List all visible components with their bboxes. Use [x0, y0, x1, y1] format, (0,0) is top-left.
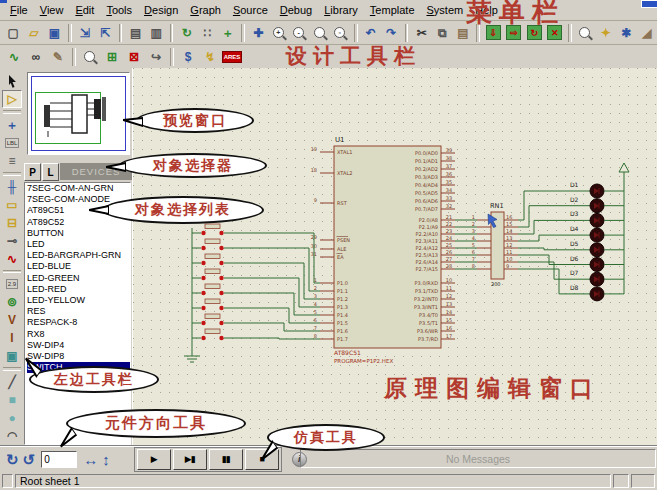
subcircuit-mode-icon[interactable]: ▭ [2, 196, 22, 214]
svg-text:16: 16 [446, 325, 452, 331]
menu-view[interactable]: View [34, 2, 70, 18]
tape-recorder-mode-icon[interactable]: 2.9 [2, 275, 22, 293]
current-probe-mode-icon[interactable]: I [2, 329, 22, 347]
device-item[interactable]: 7SEG-COM-AN-GRN [27, 183, 130, 194]
step-button[interactable]: ▶▮ [173, 449, 207, 470]
virtual-instruments-mode-icon[interactable]: ▣ [2, 347, 22, 365]
zoom-all-icon[interactable] [311, 23, 330, 43]
open-file-icon[interactable]: ▱ [25, 23, 44, 43]
decompose-icon[interactable]: ◢ [638, 23, 657, 43]
svg-text:P3.6/WR: P3.6/WR [417, 328, 439, 334]
play-button[interactable]: ▶ [137, 449, 171, 470]
device-item[interactable]: RES [27, 306, 130, 317]
cut-icon[interactable]: ✂ [412, 23, 431, 43]
toolbar-separator [3, 172, 21, 176]
graphics-line-mode-icon[interactable]: ╱ [2, 373, 22, 391]
electrical-rule-check-icon[interactable]: ↯ [200, 47, 220, 67]
print-icon[interactable]: ▤ [126, 23, 145, 43]
make-device-icon[interactable]: ✦ [597, 23, 616, 43]
redo-icon[interactable]: ↷ [382, 23, 401, 43]
component-mode-icon[interactable]: ▷ [2, 90, 22, 108]
design-toolbar: ∿∞✎⊞⊠↪$↯ARES [0, 45, 280, 68]
rotate-clockwise-button[interactable]: ↻ [6, 452, 19, 467]
device-item[interactable]: LED [27, 239, 130, 250]
buses-mode-icon[interactable]: ╫ [2, 178, 22, 196]
pick-device-icon[interactable] [576, 23, 595, 43]
menu-edit[interactable]: Edit [69, 2, 100, 18]
menu-library[interactable]: Library [318, 2, 364, 18]
svg-text:D5: D5 [570, 240, 579, 247]
menu-file[interactable]: File [4, 2, 34, 18]
device-item[interactable]: LED-RED [27, 284, 130, 295]
menu-debug[interactable]: Debug [274, 2, 318, 18]
menu-tools[interactable]: Tools [100, 2, 138, 18]
device-pins-mode-icon[interactable]: ⊸ [2, 232, 22, 250]
device-item[interactable]: LED-YELLOW [27, 295, 130, 306]
device-item[interactable]: SW-DIP8 [27, 351, 130, 362]
graphics-arc-mode-icon[interactable]: ◠ [2, 427, 22, 445]
svg-text:23: 23 [446, 228, 452, 234]
property-assignment-icon[interactable]: ✎ [48, 47, 68, 67]
flip-horizontal-button[interactable]: ↔ [83, 452, 98, 467]
wire-autorouter-icon[interactable]: ∿ [4, 47, 24, 67]
netlist-to-ares-icon[interactable]: ARES [222, 47, 242, 67]
device-item[interactable]: LED-BLUE [27, 261, 130, 272]
export-section-icon[interactable]: ⇱ [96, 23, 115, 43]
selection-pointer-icon[interactable] [2, 72, 22, 90]
device-item[interactable]: RESPACK-8 [27, 317, 130, 328]
origin-icon[interactable]: ＋ [219, 23, 238, 43]
menu-system[interactable]: System [421, 2, 470, 18]
toggle-grid-icon[interactable]: ∷ [198, 23, 217, 43]
new-file-icon[interactable]: ▢ [4, 23, 23, 43]
rotation-angle-input[interactable] [41, 451, 77, 468]
status-bar: Root sheet 1 [0, 472, 657, 490]
message-panel: No Messages [300, 449, 656, 468]
svg-text:12: 12 [506, 242, 512, 248]
zoom-out-icon[interactable]: - [290, 23, 309, 43]
wire-label-mode-icon[interactable]: LBL [2, 134, 22, 152]
new-sheet-icon[interactable]: ⊞ [102, 47, 122, 67]
pan-icon[interactable]: ✚ [249, 23, 268, 43]
device-item[interactable]: BUTTON [27, 228, 130, 239]
graph-mode-icon[interactable]: ∿ [2, 250, 22, 268]
search-and-tag-icon[interactable]: ∞ [26, 47, 46, 67]
svg-text:P0.0/AD0: P0.0/AD0 [415, 150, 438, 156]
undo-icon[interactable]: ↶ [362, 23, 381, 43]
menu-template[interactable]: Template [364, 2, 421, 18]
generator-mode-icon[interactable]: ⊚ [2, 293, 22, 311]
window-minimize-fragment[interactable] [641, 0, 657, 8]
device-item[interactable]: AT89C52 [27, 217, 130, 228]
menu-source[interactable]: Source [227, 2, 274, 18]
packaging-tool-icon[interactable]: ✱ [617, 23, 636, 43]
mark-output-area-icon[interactable]: ▥ [147, 23, 166, 43]
goto-sheet-icon[interactable]: ↪ [146, 47, 166, 67]
voltage-probe-mode-icon[interactable]: V [2, 311, 22, 329]
device-item[interactable]: LED-BARGRAPH-GRN [27, 250, 130, 261]
device-item[interactable]: LED-GREEN [27, 273, 130, 284]
device-item[interactable]: SW-DIP4 [27, 340, 130, 351]
design-explorer-icon[interactable] [80, 47, 100, 67]
pause-button[interactable]: ▮▮ [209, 449, 243, 470]
library-button[interactable]: L [42, 163, 59, 181]
copy-icon[interactable]: ⧉ [433, 23, 452, 43]
graphics-circle-mode-icon[interactable]: ● [2, 409, 22, 427]
svg-text:28: 28 [446, 263, 452, 269]
menu-design[interactable]: Design [138, 2, 184, 18]
terminals-mode-icon[interactable]: ⊟ [2, 214, 22, 232]
save-file-icon[interactable]: ▣ [45, 23, 64, 43]
import-section-icon[interactable]: ⇲ [76, 23, 95, 43]
pick-devices-button[interactable]: P [24, 163, 41, 181]
menu-graph[interactable]: Graph [184, 2, 227, 18]
bill-of-materials-icon[interactable]: $ [178, 47, 198, 67]
flip-vertical-button[interactable]: ↕ [102, 452, 110, 467]
remove-sheet-icon[interactable]: ⊠ [124, 47, 144, 67]
preview-window[interactable] [27, 72, 130, 155]
zoom-area-icon[interactable]: ▫ [331, 23, 350, 43]
zoom-in-icon[interactable]: + [269, 23, 288, 43]
text-script-mode-icon[interactable]: ≡ [2, 152, 22, 170]
graphics-box-mode-icon[interactable]: ■ [2, 391, 22, 409]
refresh-display-icon[interactable]: ↻ [177, 23, 196, 43]
rotate-anticlockwise-button[interactable]: ↺ [23, 452, 36, 467]
device-item[interactable]: RX8 [27, 329, 130, 340]
junction-dot-mode-icon[interactable]: ＋ [2, 116, 22, 134]
